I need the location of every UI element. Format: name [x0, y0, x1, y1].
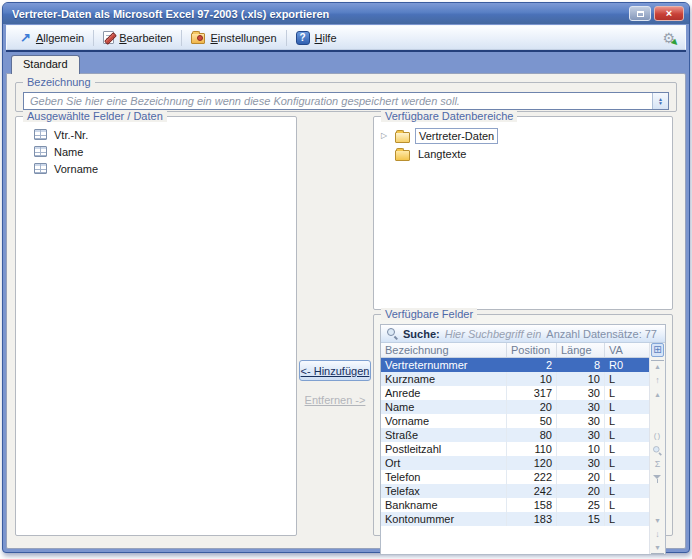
group-label: Verfügbare Datenbereiche	[381, 110, 517, 122]
table-row[interactable]: Name 20 30 L	[381, 400, 649, 414]
search-input[interactable]: Hier Suchbegriff eingebe	[445, 328, 542, 340]
tree-item[interactable]: ▷ Vertreter-Daten	[381, 127, 668, 145]
toolbar-separator	[286, 30, 287, 46]
cell-position: 120	[507, 456, 557, 470]
cell-laenge: 8	[557, 358, 605, 372]
add-button[interactable]: <- Hinzufügen	[299, 360, 371, 381]
grid-navigator: ⊞ ▲↑▲ ()Σ ▼↓▼	[649, 343, 665, 554]
cell-bezeichnung: Postleitzahl	[381, 442, 507, 456]
tab-standard[interactable]: Standard	[11, 55, 80, 74]
toolbar-item-allgemein[interactable]: ↗ Allgemein	[13, 29, 91, 46]
cell-bezeichnung: Ort	[381, 456, 507, 470]
cell-bezeichnung: Vorname	[381, 414, 507, 428]
group-bezeichnung: Bezeichnung Geben Sie hier eine Bezeichn…	[15, 82, 677, 112]
toolbar-item-einstellungen[interactable]: Einstellungen	[184, 29, 283, 46]
cell-va: L	[605, 498, 649, 512]
brackets-icon[interactable]: ()	[651, 430, 664, 442]
field-label: Vorname	[54, 163, 98, 175]
maximize-icon	[637, 11, 644, 17]
export-dialog-window: Vertreter-Daten als Microsoft Excel 97-2…	[2, 2, 690, 553]
table-body: Vertreternummer 2 8 R0 Kurzname 10 10	[381, 358, 649, 526]
table-row[interactable]: Kurzname 10 10 L	[381, 372, 649, 386]
page-down-icon[interactable]: ▼	[651, 514, 664, 526]
cell-bezeichnung: Vertreternummer	[381, 358, 507, 372]
table-row[interactable]: Vorname 50 30 L	[381, 414, 649, 428]
tab-strip: Standard	[6, 52, 686, 73]
page-up-icon[interactable]: ▲	[651, 388, 664, 400]
field-grid-icon	[34, 129, 47, 140]
list-item[interactable]: Name	[34, 143, 292, 160]
move-down-icon[interactable]: ↓	[651, 528, 664, 540]
toolbar: ↗ Allgemein Bearbeiten Einstellungen Hil…	[6, 25, 686, 50]
fields-table: Bezeichnung Position Länge VA Vertretern…	[381, 343, 649, 554]
column-header-laenge[interactable]: Länge	[557, 343, 605, 357]
scroll-top-icon[interactable]: ▲	[651, 360, 664, 372]
toolbar-item-bearbeiten[interactable]: Bearbeiten	[96, 29, 179, 46]
sum-icon[interactable]: Σ	[651, 458, 664, 470]
search-bar[interactable]: Suche: Hier Suchbegriff eingebe Anzahl D…	[381, 325, 665, 343]
cell-bezeichnung: Name	[381, 400, 507, 414]
gear-export-icon[interactable]: ⚙▶	[662, 31, 675, 45]
cell-bezeichnung: Kontonummer	[381, 512, 507, 526]
cell-position: 50	[507, 414, 557, 428]
record-count: Anzahl Datensätze: 77	[546, 328, 659, 340]
field-label: Name	[54, 146, 83, 158]
toolbar-item-hilfe[interactable]: Hilfe	[289, 29, 344, 47]
tree-item[interactable]: ▷ Langtexte	[381, 145, 668, 163]
bezeichnung-combobox[interactable]: Geben Sie hier eine Bezeichnung ein wenn…	[23, 92, 669, 110]
table-row[interactable]: Postleitzahl 110 10 L	[381, 442, 649, 456]
cell-position: 183	[507, 512, 557, 526]
fields-box: Suche: Hier Suchbegriff eingebe Anzahl D…	[380, 324, 666, 555]
cell-va: L	[605, 414, 649, 428]
cell-laenge: 10	[557, 442, 605, 456]
toolbar-label: Hilfe	[315, 32, 337, 44]
list-item[interactable]: Vorname	[34, 160, 292, 177]
table-row[interactable]: Straße 80 30 L	[381, 428, 649, 442]
settings-icon	[191, 33, 205, 44]
cell-laenge: 30	[557, 414, 605, 428]
bezeichnung-placeholder: Geben Sie hier eine Bezeichnung ein wenn…	[24, 95, 652, 107]
remove-button[interactable]: Entfernen ->	[299, 392, 371, 408]
cell-va: L	[605, 456, 649, 470]
list-item[interactable]: Vtr.-Nr.	[34, 126, 292, 143]
filter-icon[interactable]	[651, 472, 664, 484]
table-row[interactable]: Ort 120 30 L	[381, 456, 649, 470]
maximize-button[interactable]	[629, 6, 651, 21]
title-bar[interactable]: Vertreter-Daten als Microsoft Excel 97-2…	[3, 3, 689, 24]
table-row[interactable]: Telefax 242 20 L	[381, 484, 649, 498]
cell-laenge: 30	[557, 400, 605, 414]
table-row[interactable]: Telefon 222 20 L	[381, 470, 649, 484]
cell-position: 242	[507, 484, 557, 498]
expand-arrow-icon[interactable]: ▷	[381, 132, 390, 140]
column-header-va[interactable]: VA	[605, 343, 649, 357]
cell-position: 158	[507, 498, 557, 512]
table-row[interactable]: Kontonummer 183 15 L	[381, 512, 649, 526]
cell-va: L	[605, 470, 649, 484]
tree-label: Langtexte	[415, 147, 469, 161]
cell-laenge: 25	[557, 498, 605, 512]
toolbar-label: Einstellungen	[210, 32, 276, 44]
toolbar-label: Bearbeiten	[119, 32, 172, 44]
column-chooser-icon[interactable]: ⊞	[651, 343, 664, 357]
search-icon	[387, 328, 398, 339]
column-header-bezeichnung[interactable]: Bezeichnung	[381, 343, 507, 357]
table-row[interactable]: Bankname 158 25 L	[381, 498, 649, 512]
dropdown-button[interactable]: ▲▼	[652, 93, 668, 109]
cell-laenge: 20	[557, 470, 605, 484]
cell-va: R0	[605, 358, 649, 372]
close-button[interactable]: ×	[654, 6, 684, 21]
table-header[interactable]: Bezeichnung Position Länge VA	[381, 343, 649, 358]
cell-bezeichnung: Straße	[381, 428, 507, 442]
toolbar-separator	[93, 30, 94, 46]
cell-position: 80	[507, 428, 557, 442]
move-up-icon[interactable]: ↑	[651, 374, 664, 386]
field-grid-icon	[34, 163, 47, 174]
search-icon[interactable]	[651, 444, 664, 456]
column-header-position[interactable]: Position	[507, 343, 557, 357]
table-row[interactable]: Anrede 317 30 L	[381, 386, 649, 400]
scroll-bottom-icon[interactable]: ▼	[651, 542, 664, 554]
table-row[interactable]: Vertreternummer 2 8 R0	[381, 358, 649, 372]
cell-position: 222	[507, 470, 557, 484]
group-selected-fields: Ausgewählte Felder / Daten Vtr.-Nr. Name	[15, 116, 297, 536]
cell-bezeichnung: Bankname	[381, 498, 507, 512]
